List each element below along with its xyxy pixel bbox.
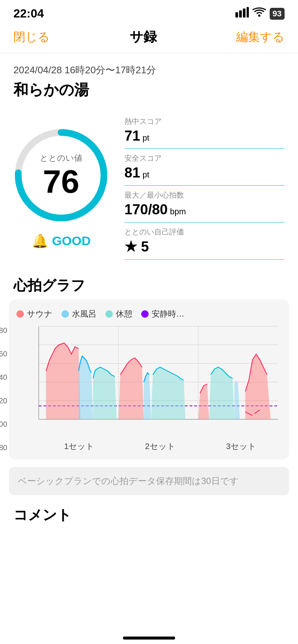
- nav-bar: 閉じる サ録 編集する: [0, 24, 298, 53]
- score-row-safety: 安全スコア 81 pt: [124, 149, 285, 186]
- legend-rest: 休憩: [105, 308, 132, 320]
- legend-resting-dot: [141, 310, 149, 318]
- heart-chart-svg: [39, 326, 278, 438]
- svg-point-4: [258, 15, 260, 17]
- good-label: GOOD: [52, 234, 91, 248]
- sauna-name: 和らかの湯: [13, 80, 285, 100]
- home-indicator: [123, 637, 175, 640]
- x-axis-labels: 1セット 2セット 3セット: [39, 441, 282, 452]
- circle-inner: ととのい値 76: [9, 123, 113, 227]
- y-140: 140: [0, 373, 7, 382]
- circle-value: 76: [43, 165, 79, 198]
- svg-rect-1: [239, 10, 242, 17]
- svg-marker-21: [118, 358, 144, 419]
- chart-container: (bpm) 180 160 140 120 100 80: [16, 326, 282, 452]
- svg-marker-27: [245, 354, 270, 419]
- svg-marker-18: [46, 343, 80, 419]
- info-note: ベーシックプランでの心拍データ保存期間は30日です: [9, 467, 289, 495]
- svg-marker-19: [79, 356, 93, 419]
- legend-sauna-dot: [16, 310, 24, 318]
- graph-card: サウナ 水風呂 休憩 安静時… (bpm) 180 160 140 120 10…: [9, 299, 289, 459]
- score-row-self: ととのい自己評価 ★ 5: [124, 222, 285, 260]
- score-self-value: ★ 5: [124, 238, 285, 255]
- chart-legend: サウナ 水風呂 休憩 安静時…: [16, 308, 282, 320]
- x-label-3: 3セット: [226, 441, 256, 452]
- legend-mizuburo: 水風呂: [61, 308, 96, 320]
- circle-gauge-container: ととのい値 76 🔔 GOOD: [9, 123, 113, 249]
- legend-resting-label: 安静時…: [152, 308, 184, 320]
- svg-rect-0: [235, 12, 238, 17]
- svg-rect-2: [243, 9, 245, 17]
- edit-button[interactable]: 編集する: [236, 29, 285, 45]
- y-120: 120: [0, 397, 7, 405]
- svg-marker-26: [234, 380, 240, 419]
- comment-section: コメント: [0, 495, 298, 532]
- status-bar: 22:04 93: [0, 0, 298, 24]
- signal-icon: [235, 7, 249, 20]
- score-details: 熱中スコア 71 pt 安全スコア 81 pt 最大／最小心拍数 170/80 …: [124, 112, 285, 260]
- comment-title: コメント: [13, 506, 285, 525]
- battery-indicator: 93: [270, 8, 285, 20]
- y-80: 80: [0, 443, 7, 452]
- nav-title: サ録: [130, 28, 157, 46]
- svg-marker-25: [209, 367, 234, 419]
- x-label-1: 1セット: [64, 441, 94, 452]
- score-row-enthusiasm: 熱中スコア 71 pt: [124, 112, 285, 149]
- y-axis: (bpm) 180 160 140 120 100 80: [0, 326, 7, 452]
- score-enthusiasm-label: 熱中スコア: [124, 116, 285, 126]
- score-heartrate-value: 170/80 bpm: [124, 202, 285, 218]
- close-button[interactable]: 閉じる: [13, 29, 50, 45]
- y-100: 100: [0, 420, 7, 429]
- legend-rest-label: 休憩: [116, 308, 132, 320]
- info-note-text: ベーシックプランでの心拍データ保存期間は30日です: [18, 474, 280, 488]
- heart-graph-title: 心拍グラフ: [0, 267, 298, 299]
- score-safety-label: 安全スコア: [124, 153, 285, 163]
- svg-rect-3: [247, 7, 249, 17]
- score-self-label: ととのい自己評価: [124, 227, 285, 237]
- legend-resting: 安静時…: [141, 308, 184, 320]
- circle-label: ととのい値: [40, 153, 82, 164]
- legend-sauna-label: サウナ: [27, 308, 53, 320]
- status-time: 22:04: [13, 7, 44, 20]
- session-date: 2024/04/28 16時20分〜17時21分: [13, 64, 285, 77]
- svg-marker-23: [151, 367, 186, 419]
- score-enthusiasm-value: 71 pt: [124, 128, 285, 144]
- svg-marker-24: [198, 384, 209, 419]
- legend-mizuburo-label: 水風呂: [72, 308, 96, 320]
- legend-mizuburo-dot: [61, 310, 69, 318]
- good-badge: 🔔 GOOD: [9, 233, 113, 249]
- score-safety-value: 81 pt: [124, 165, 285, 181]
- legend-sauna: サウナ: [16, 308, 53, 320]
- y-180: 180: [0, 326, 7, 335]
- score-area: ととのい値 76 🔔 GOOD 熱中スコア 71 pt 安全スコア 81 pt …: [0, 105, 298, 267]
- x-label-2: 2セット: [145, 441, 175, 452]
- score-heartrate-label: 最大／最小心拍数: [124, 190, 285, 200]
- wifi-icon: [253, 7, 266, 20]
- legend-rest-dot: [105, 310, 113, 318]
- chart-area: [39, 326, 278, 438]
- bell-icon: 🔔: [32, 233, 48, 249]
- header-info: 2024/04/28 16時20分〜17時21分 和らかの湯: [0, 53, 298, 105]
- score-row-heartrate: 最大／最小心拍数 170/80 bpm: [124, 186, 285, 222]
- y-160: 160: [0, 350, 7, 358]
- circle-gauge: ととのい値 76: [9, 123, 113, 227]
- status-icons: 93: [235, 7, 285, 20]
- svg-marker-20: [93, 367, 117, 419]
